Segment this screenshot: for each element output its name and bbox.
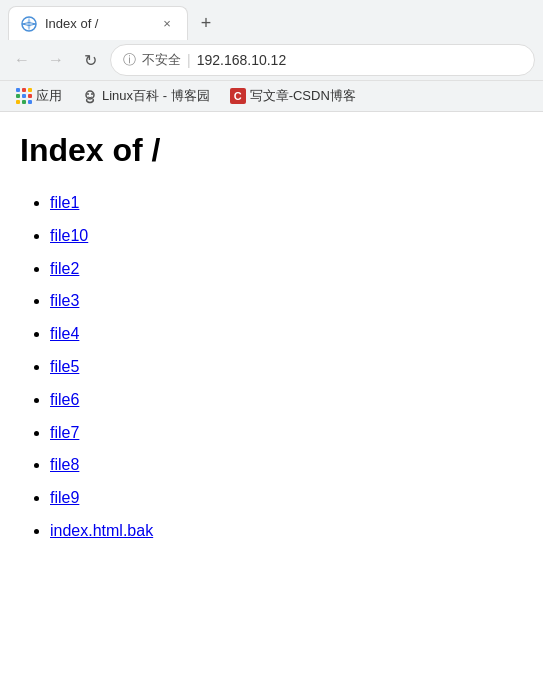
bookmark-linux[interactable]: Linux百科 - 博客园 [74, 84, 218, 108]
list-item: index.html.bak [50, 517, 523, 546]
bookmarks-bar: 应用 Linux百科 - 博客园 C 写文章-CSDN博客 [0, 80, 543, 111]
list-item: file2 [50, 255, 523, 284]
page-content: Index of / file1file10file2file3file4fil… [0, 112, 543, 612]
list-item: file9 [50, 484, 523, 513]
file-link[interactable]: file1 [50, 194, 79, 211]
file-link[interactable]: file4 [50, 325, 79, 342]
address-url: 192.168.10.12 [197, 52, 287, 68]
active-tab[interactable]: Index of / × [8, 6, 188, 40]
address-divider: | [187, 52, 191, 68]
linux-icon [82, 88, 98, 104]
tab-close-button[interactable]: × [159, 16, 175, 32]
list-item: file7 [50, 419, 523, 448]
apps-icon [16, 88, 32, 104]
page-title: Index of / [20, 132, 523, 169]
bookmark-linux-label: Linux百科 - 博客园 [102, 87, 210, 105]
list-item: file3 [50, 287, 523, 316]
tab-title: Index of / [45, 16, 151, 31]
list-item: file1 [50, 189, 523, 218]
new-tab-button[interactable]: + [192, 9, 220, 37]
csdn-icon: C [230, 88, 246, 104]
list-item: file4 [50, 320, 523, 349]
file-link[interactable]: file2 [50, 260, 79, 277]
file-link[interactable]: file10 [50, 227, 88, 244]
list-item: file10 [50, 222, 523, 251]
bookmark-apps-label: 应用 [36, 87, 62, 105]
bookmark-csdn-label: 写文章-CSDN博客 [250, 87, 356, 105]
list-item: file6 [50, 386, 523, 415]
bookmark-csdn[interactable]: C 写文章-CSDN博客 [222, 84, 364, 108]
bookmark-apps[interactable]: 应用 [8, 84, 70, 108]
file-link[interactable]: file3 [50, 292, 79, 309]
file-link[interactable]: file6 [50, 391, 79, 408]
nav-bar: ← → ↻ ⓘ 不安全 | 192.168.10.12 [0, 40, 543, 80]
file-link[interactable]: file9 [50, 489, 79, 506]
list-item: file5 [50, 353, 523, 382]
file-link[interactable]: file7 [50, 424, 79, 441]
file-link[interactable]: index.html.bak [50, 522, 153, 539]
file-link[interactable]: file5 [50, 358, 79, 375]
tab-bar: Index of / × + [0, 0, 543, 40]
file-link[interactable]: file8 [50, 456, 79, 473]
reload-button[interactable]: ↻ [76, 46, 104, 74]
address-bar[interactable]: ⓘ 不安全 | 192.168.10.12 [110, 44, 535, 76]
forward-button[interactable]: → [42, 46, 70, 74]
list-item: file8 [50, 451, 523, 480]
tab-favicon [21, 16, 37, 32]
security-icon: ⓘ [123, 51, 136, 69]
back-button[interactable]: ← [8, 46, 36, 74]
security-text: 不安全 [142, 51, 181, 69]
file-list: file1file10file2file3file4file5file6file… [20, 189, 523, 546]
svg-point-3 [91, 93, 93, 95]
svg-point-2 [87, 93, 89, 95]
browser-chrome: Index of / × + ← → ↻ ⓘ 不安全 | 192.168.10.… [0, 0, 543, 112]
